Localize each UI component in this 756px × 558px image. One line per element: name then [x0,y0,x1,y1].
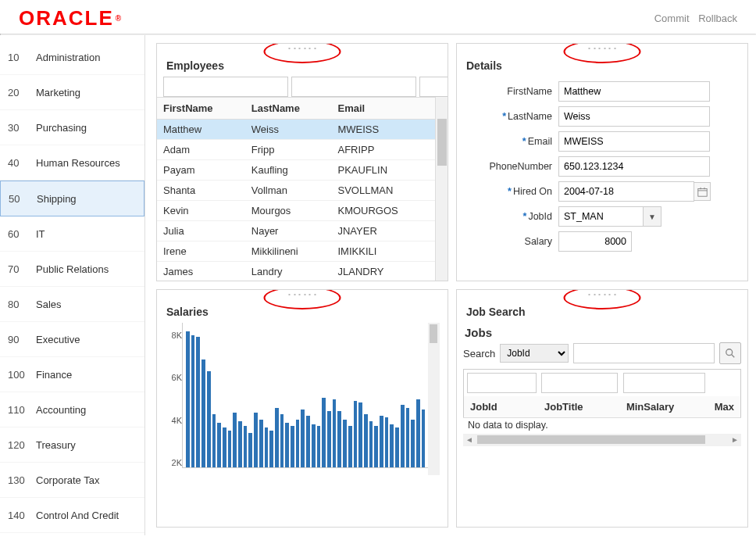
sidebar-item-id: 10 [8,52,36,63]
chart-bar[interactable] [265,427,269,467]
chart-bar[interactable] [186,331,190,467]
sidebar-item-shipping[interactable]: 50Shipping [0,181,144,216]
chart-bar[interactable] [301,410,305,467]
sidebar-item-purchasing[interactable]: 30Purchasing [0,110,144,145]
col-maxsalary[interactable]: Max [708,396,741,418]
table-row[interactable]: JamesLandryJLANDRY [157,262,435,282]
rollback-link[interactable]: Rollback [698,13,737,24]
chart-bar[interactable] [390,424,394,467]
sidebar-item-marketing[interactable]: 20Marketing [0,75,144,110]
chart-bar[interactable] [259,420,263,467]
search-by-select[interactable]: JobId [500,344,569,363]
table-row[interactable]: ShantaVollmanSVOLLMAN [157,181,435,201]
input-firstname[interactable] [558,81,710,102]
input-phone[interactable] [558,156,710,177]
table-row[interactable]: JuliaNayerJNAYER [157,221,435,241]
chart-bar[interactable] [201,359,205,467]
chart-bar[interactable] [337,411,341,467]
chart-bar[interactable] [228,431,232,467]
commit-link[interactable]: Commit [654,13,690,24]
chart-bar[interactable] [233,413,237,467]
filter-jobid-input[interactable] [467,373,537,393]
chart-bar[interactable] [348,426,352,467]
filter-minsalary-input[interactable] [623,373,706,393]
sidebar-item-treasury[interactable]: 120Treasury [0,427,144,463]
chart-bar[interactable] [207,371,211,467]
chart-bar[interactable] [406,408,410,467]
chart-bar[interactable] [354,401,358,467]
chart-bar[interactable] [191,335,195,467]
chart-bar[interactable] [275,408,279,467]
sidebar-item-public-relations[interactable]: 70Public Relations [0,252,144,287]
chart-bar[interactable] [217,423,221,467]
chart-bar[interactable] [395,427,399,467]
chart-bar[interactable] [312,424,316,467]
vertical-scrollbar[interactable] [435,97,448,281]
col-jobtitle[interactable]: JobTitle [538,396,620,418]
chart-bar[interactable] [322,398,326,467]
chart-bar[interactable] [385,417,389,467]
chart-bar[interactable] [248,433,252,467]
chart-bar[interactable] [296,420,300,467]
chart-bar[interactable] [333,399,337,467]
sidebar-item-accounting[interactable]: 110Accounting [0,392,144,427]
col-minsalary[interactable]: MinSalary [620,396,708,418]
salaries-chart[interactable] [182,323,428,468]
sidebar-item-it[interactable]: 60IT [0,216,144,252]
col-firstname[interactable]: FirstName [157,98,245,120]
search-text-input[interactable] [573,343,715,363]
chart-bar[interactable] [280,414,284,467]
filter-firstname-input[interactable] [163,77,288,97]
col-jobid[interactable]: JobId [464,396,538,418]
chart-bar[interactable] [374,426,378,467]
sidebar-item-corporate-tax[interactable]: 130Corporate Tax [0,463,144,498]
chart-bar[interactable] [291,426,294,467]
filter-lastname-input[interactable] [291,77,416,97]
table-row[interactable]: KevinMourgosKMOURGOS [157,201,435,221]
sidebar-item-finance[interactable]: 100Finance [0,357,144,392]
col-lastname[interactable]: LastName [245,98,332,120]
chart-bar[interactable] [369,421,373,467]
dropdown-icon[interactable]: ▼ [643,206,662,227]
chart-bar[interactable] [244,426,248,467]
chart-bar[interactable] [212,414,216,467]
chart-bar[interactable] [401,405,405,467]
chart-bar[interactable] [285,423,289,467]
table-row[interactable]: IreneMikkilineniIMIKKILI [157,241,435,262]
chart-bar[interactable] [343,420,347,467]
chart-bar[interactable] [269,431,273,467]
sidebar-item-control-and-credit[interactable]: 140Control And Credit [0,498,144,533]
chart-bar[interactable] [254,413,258,467]
table-row[interactable]: PayamKauflingPKAUFLIN [157,160,435,181]
sidebar-item-administration[interactable]: 10Administration [0,40,144,75]
table-row[interactable]: AdamFrippAFRIPP [157,140,435,160]
chart-bar[interactable] [416,399,420,467]
horizontal-scrollbar[interactable]: ◄ ► [463,434,741,446]
chart-bar[interactable] [238,421,242,467]
chart-bar[interactable] [223,427,226,467]
table-row[interactable]: MatthewWeissMWEISS [157,120,435,140]
chart-bar[interactable] [422,410,426,467]
input-email[interactable] [558,131,710,152]
sidebar-item-sales[interactable]: 80Sales [0,287,144,322]
calendar-icon[interactable] [694,182,711,201]
chart-bar[interactable] [364,414,368,467]
search-button[interactable] [719,342,741,364]
filter-jobtitle-input[interactable] [541,373,618,393]
chart-bar[interactable] [411,420,415,467]
input-lastname[interactable] [558,106,710,127]
chart-bar[interactable] [327,411,331,467]
sidebar-item-human-resources[interactable]: 40Human Resources [0,145,144,181]
chart-bar[interactable] [317,426,321,467]
sidebar-item-executive[interactable]: 90Executive [0,322,144,357]
chart-bar[interactable] [358,402,362,467]
vertical-scrollbar[interactable] [428,323,440,475]
chart-bar[interactable] [380,416,383,467]
col-email[interactable]: Email [331,98,434,120]
filter-email-input[interactable] [419,77,448,97]
input-hiredon[interactable] [558,181,694,202]
input-salary[interactable] [558,231,632,252]
input-jobid[interactable] [558,206,643,227]
chart-bar[interactable] [306,416,310,467]
chart-bar[interactable] [196,337,200,467]
